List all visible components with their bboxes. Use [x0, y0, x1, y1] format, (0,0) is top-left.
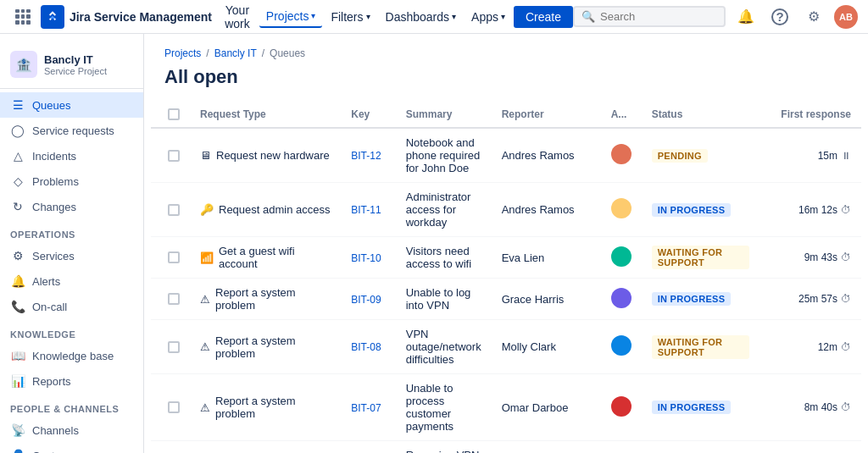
table-row[interactable]: 📶 Get a guest wifi account BIT-10 Visito… — [151, 237, 861, 279]
sidebar-item-channels[interactable]: 📡 Channels — [0, 417, 143, 443]
sidebar-item-alerts[interactable]: 🔔 Alerts — [0, 268, 143, 294]
table-row[interactable]: 🖥 Request new hardware BIT-12 Notebook a… — [151, 128, 861, 183]
sidebar-item-knowledge-base[interactable]: 📖 Knowledge base — [0, 343, 143, 368]
search-bar[interactable]: 🔍 — [573, 6, 726, 27]
first-response-cell: 12m ⏱ — [760, 320, 861, 374]
assignee-avatar — [611, 198, 632, 218]
type-icon: 🖥 — [200, 149, 211, 162]
type-icon: 🔑 — [200, 203, 214, 216]
request-type-cell: ⚠ Report a system problem — [200, 395, 331, 420]
projects-nav[interactable]: Projects ▾ — [259, 6, 323, 28]
request-type-cell: 🖥 Request new hardware — [200, 149, 330, 162]
project-icon: 🏦 — [10, 51, 37, 78]
topnav: Jira Service Management Your work Projec… — [0, 0, 868, 34]
sidebar-item-changes[interactable]: ↻ Changes — [0, 194, 143, 219]
table-row[interactable]: 🔑 Request admin access BIT-11 Administra… — [151, 183, 861, 237]
key-link[interactable]: BIT-08 — [351, 341, 381, 353]
topnav-center: Your work Projects ▾ Filters ▾ Dashboard… — [217, 0, 573, 34]
row-checkbox[interactable] — [168, 341, 180, 353]
table-body: 🖥 Request new hardware BIT-12 Notebook a… — [151, 128, 861, 453]
settings-button[interactable]: ⚙ — [800, 3, 827, 30]
knowledge-section: KNOWLEDGE — [0, 319, 143, 343]
status-badge: IN PROGRESS — [652, 292, 732, 306]
projects-chevron: ▾ — [311, 11, 315, 20]
key-link[interactable]: BIT-10 — [351, 252, 381, 264]
select-all-checkbox[interactable] — [168, 108, 180, 120]
queues-icon: ☰ — [10, 98, 25, 112]
row-checkbox[interactable] — [168, 401, 180, 413]
apps-nav[interactable]: Apps ▾ — [465, 7, 512, 27]
reporter-cell: Andres Ramos — [492, 183, 601, 237]
breadcrumb-queues: Queues — [270, 47, 305, 59]
type-icon: ⚠ — [200, 293, 210, 306]
sidebar-item-problems[interactable]: ◇ Problems — [0, 168, 143, 194]
breadcrumb-bancly[interactable]: Bancly IT — [214, 47, 257, 59]
search-input[interactable] — [600, 10, 717, 23]
request-type-cell: ⚠ Report a system problem — [200, 286, 331, 312]
type-icon: ⚠ — [200, 401, 210, 414]
notifications-button[interactable]: 🔔 — [732, 3, 760, 30]
queues-label: Queues — [32, 99, 71, 112]
reports-icon: 📊 — [10, 374, 25, 388]
clock-icon: ⏱ — [841, 293, 851, 305]
summary-cell: Notebook and phone required for John Doe — [396, 128, 492, 183]
create-button[interactable]: Create — [514, 6, 573, 28]
dashboards-nav[interactable]: Dashboards ▾ — [379, 7, 464, 27]
reporter-cell: Molly Clark — [492, 320, 601, 374]
incidents-icon: △ — [10, 149, 25, 163]
table-row[interactable]: 🔍 Investigate a problem BIT-06 Recurring… — [151, 441, 861, 454]
sidebar-item-queues[interactable]: ☰ Queues — [0, 92, 143, 118]
project-name: Bancly IT — [44, 53, 107, 66]
key-link[interactable]: BIT-09 — [351, 294, 381, 306]
table-row[interactable]: ⚠ Report a system problem BIT-09 Unable … — [151, 279, 861, 320]
status-badge: PENDING — [652, 149, 708, 163]
key-link[interactable]: BIT-12 — [351, 150, 381, 162]
sidebar-item-reports[interactable]: 📊 Reports — [0, 368, 143, 394]
row-checkbox[interactable] — [168, 150, 180, 162]
problems-icon: ◇ — [10, 174, 25, 188]
table-row[interactable]: ⚠ Report a system problem BIT-08 VPN out… — [151, 320, 861, 374]
sidebar-item-service-requests[interactable]: ◯ Service requests — [0, 118, 143, 143]
jira-logo[interactable]: Jira Service Management — [41, 5, 212, 29]
main-layout: 🏦 Bancly IT Service Project ☰ Queues ◯ S… — [0, 34, 868, 453]
key-link[interactable]: BIT-07 — [351, 402, 381, 414]
grid-menu-button[interactable] — [10, 3, 36, 30]
app-name: Jira Service Management — [70, 10, 212, 24]
first-response-cell: 16m 12s ⏱ — [760, 183, 861, 237]
sidebar-item-on-call[interactable]: 📞 On-call — [0, 294, 143, 319]
customers-icon: 👤 — [10, 449, 25, 453]
key-link[interactable]: BIT-11 — [351, 204, 381, 216]
filters-chevron: ▾ — [366, 12, 370, 21]
sidebar-item-incidents[interactable]: △ Incidents — [0, 143, 143, 168]
clock-icon: ⏱ — [841, 204, 851, 216]
alerts-icon: 🔔 — [10, 274, 25, 288]
sidebar-item-customers[interactable]: 👤 Customers — [0, 443, 143, 453]
type-icon: ⚠ — [200, 340, 210, 353]
on-call-icon: 📞 — [10, 300, 25, 313]
user-avatar[interactable]: AB — [834, 5, 858, 29]
col-request-type: Request Type — [190, 102, 341, 128]
changes-icon: ↻ — [10, 200, 25, 213]
status-badge: WAITING FOR SUPPORT — [652, 246, 750, 269]
help-icon: ? — [771, 8, 788, 25]
request-type-cell: 🔑 Request admin access — [200, 203, 331, 216]
row-checkbox[interactable] — [168, 251, 180, 263]
your-work-nav[interactable]: Your work — [217, 0, 258, 34]
dashboards-chevron: ▾ — [452, 12, 456, 21]
sidebar-item-services[interactable]: ⚙ Services — [0, 243, 143, 268]
assignee-avatar — [611, 246, 632, 267]
filters-nav[interactable]: Filters ▾ — [324, 7, 376, 27]
services-label: Services — [32, 250, 75, 262]
bell-icon: 🔔 — [737, 8, 754, 25]
row-checkbox[interactable] — [168, 293, 180, 305]
search-icon: 🔍 — [581, 10, 595, 23]
col-reporter: Reporter — [492, 102, 601, 128]
row-checkbox[interactable] — [168, 204, 180, 216]
help-button[interactable]: ? — [766, 3, 793, 30]
incidents-label: Incidents — [32, 150, 76, 163]
clock-icon: ⏱ — [841, 251, 851, 263]
table-row[interactable]: ⚠ Report a system problem BIT-07 Unable … — [151, 374, 861, 441]
breadcrumb-projects[interactable]: Projects — [164, 47, 201, 59]
apps-chevron: ▾ — [501, 12, 505, 21]
clock-icon: ⏱ — [841, 341, 851, 353]
